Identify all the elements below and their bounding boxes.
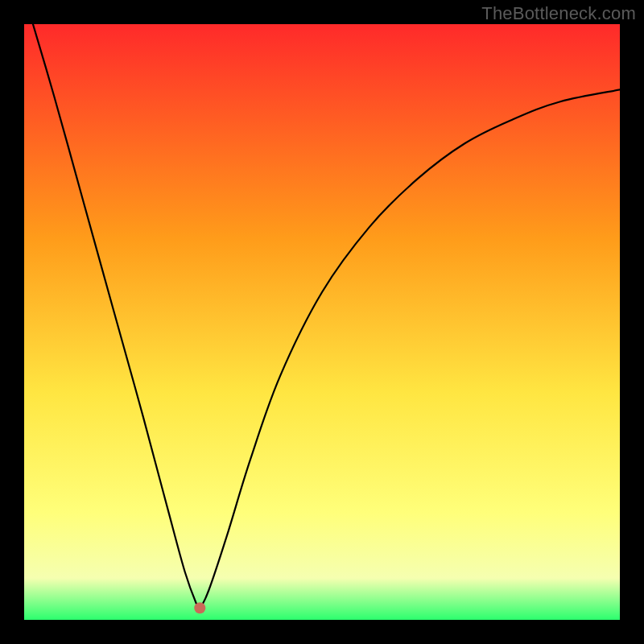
chart-svg [24,24,620,620]
plot-area [24,24,620,620]
chart-frame: TheBottleneck.com [0,0,644,644]
gradient-background [24,24,620,620]
minimum-marker [194,602,205,613]
watermark-label: TheBottleneck.com [481,3,636,24]
